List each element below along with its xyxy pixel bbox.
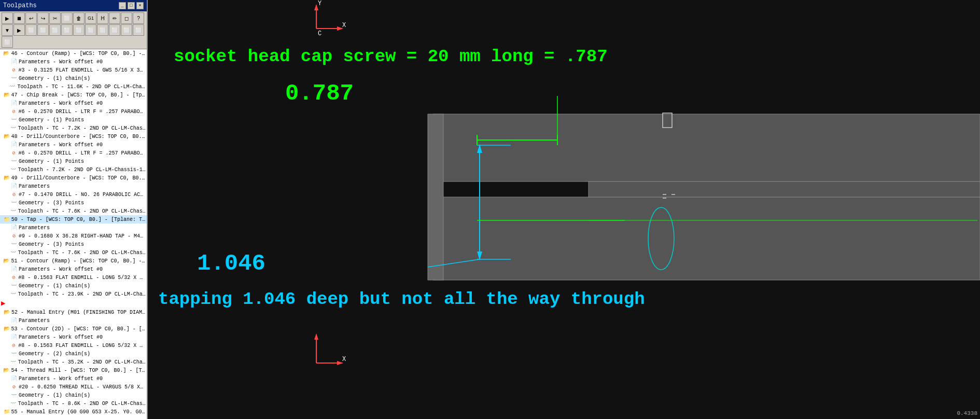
- tb-edit[interactable]: ✏: [109, 12, 120, 24]
- tree-item-op49-tool[interactable]: ⊘ #7 - 0.1470 DRILL - NO. 26 PARABOLIC A…: [0, 190, 147, 199]
- tree-item-op54-geo[interactable]: 〰 Geometry - (1) chain(s): [0, 391, 147, 399]
- left-panel: Toolpaths _ □ × ▶ ⏹ ↩ ↪ ✂ ⬜ 🗑 G1 H ✏ ◻ ?…: [0, 0, 148, 419]
- tree-item-op54[interactable]: 📂 54 - Thread Mill - [WCS: TOP C0, B0.] …: [0, 366, 147, 374]
- tree-item-op50[interactable]: 📁 50 - Tap - [WCS: TOP C0, B0.] - [Tplan…: [0, 215, 147, 224]
- tb-redo[interactable]: ↪: [37, 12, 49, 24]
- svg-text:C: C: [318, 30, 321, 37]
- tree-item-op47[interactable]: 📂 47 - Chip Break - [WCS: TOP C0, B0.] -…: [0, 91, 147, 99]
- annotation-line1: socket head cap screw = 20 mm long = .78…: [174, 47, 608, 66]
- tree-container[interactable]: 📂 46 - Contour (Ramp) - [WCS: TOP C0, B0…: [0, 49, 147, 419]
- float-btn[interactable]: □: [128, 2, 135, 9]
- svg-rect-4: [428, 114, 443, 280]
- tb-help[interactable]: ?: [133, 12, 144, 24]
- tb-stop[interactable]: ⏹: [13, 12, 25, 24]
- tree-item-op47-params[interactable]: 📄 Parameters - Work offset #0: [0, 99, 147, 107]
- tb-sq5[interactable]: ⬜: [73, 24, 85, 36]
- tb-sq4[interactable]: ⬜: [61, 24, 73, 36]
- tb-new[interactable]: ▶: [2, 12, 13, 24]
- tb-delete[interactable]: 🗑: [73, 12, 85, 24]
- tb-sq10[interactable]: ⬜: [133, 24, 144, 36]
- tree-item-op49-params[interactable]: 📄 Parameters: [0, 182, 147, 190]
- tree-item-op46-tool[interactable]: ⊘ #3 - 0.3125 FLAT ENDMILL - GWS 5/16 X …: [0, 66, 147, 74]
- tree-item-op54-tc[interactable]: 〰 Toolpath - TC - 8.6K - 2ND OP CL-LM-Ch…: [0, 399, 147, 408]
- tree-item-op53-geo[interactable]: 〰 Geometry - (2) chain(s): [0, 350, 147, 358]
- annotation-dim1: 0.787: [285, 80, 354, 106]
- tree-item-op46-tc[interactable]: 〰 Toolpath - TC - 11.6K - 2ND OP CL-LM-C…: [0, 82, 147, 91]
- tree-item-op48[interactable]: 📂 48 - Drill/Counterbore - [WCS: TOP C0,…: [0, 132, 147, 141]
- tb-arrow[interactable]: ▼: [2, 24, 13, 36]
- tree-item-op54-tool[interactable]: ⊘ #20 - 0.6250 THREAD MILL - VARGUS 5/8 …: [0, 383, 147, 391]
- tree-item-op51-tool[interactable]: ⊘ #8 - 0.1563 FLAT ENDMILL - LONG 5/32 X…: [0, 273, 147, 282]
- tree-item-op48-params[interactable]: 📄 Parameters - Work offset #0: [0, 141, 147, 149]
- tree-item-op48-tc[interactable]: 〰 Toolpath - 7.2K - 2ND OP CL-LM-Chassis…: [0, 165, 147, 174]
- tree-item-op53-tool[interactable]: ⊘ #8 - 0.1563 FLAT ENDMILL - LONG 5/32 X…: [0, 341, 147, 350]
- tb-sq9[interactable]: ⬜: [121, 24, 132, 36]
- tb-sq7[interactable]: ⬜: [97, 24, 108, 36]
- tree-item-op47-tc[interactable]: 〰 Toolpath - TC - 7.2K - 2ND OP CL-LM-Ch…: [0, 124, 147, 132]
- tb-sq2[interactable]: ⬜: [37, 24, 49, 36]
- tree-item-op55[interactable]: 📁 55 - Manual Entry (G0 G90 G53 X-25. Y0…: [0, 408, 147, 416]
- close-btn[interactable]: ×: [136, 2, 144, 9]
- tree-item-op46-params[interactable]: 📄 Parameters - Work offset #0: [0, 58, 147, 66]
- svg-text:X: X: [342, 356, 346, 363]
- minimize-btn[interactable]: _: [119, 2, 126, 9]
- tree-item-op49-tc[interactable]: 〰 Toolpath - TC - 7.6K - 2ND OP CL-LM-Ch…: [0, 207, 147, 215]
- tree-item-op50-geo[interactable]: 〰 Geometry - (3) Points: [0, 240, 147, 248]
- annotation-dim2: 1.046: [197, 250, 265, 276]
- tree-item-op46[interactable]: 📂 46 - Contour (Ramp) - [WCS: TOP C0, B0…: [0, 49, 147, 58]
- main-viewport: AutoCursor ▼ ⊕ ⊗ ◉ ✦ ◈ ⊛ ▣ ❖ ⬡ ⊞ ⊟ ⊕ ⊗ T: [148, 0, 980, 419]
- tree-item-op52-params[interactable]: 📄 Parameters: [0, 316, 147, 325]
- toolbar: ▶ ⏹ ↩ ↪ ✂ ⬜ 🗑 G1 H ✏ ◻ ? ▼ ▶ ⬜ ⬜ ⬜ ⬜ ⬜ ⬜…: [0, 11, 147, 49]
- svg-text:Y: Y: [318, 0, 321, 7]
- tree-item-op49-geo[interactable]: 〰 Geometry - (3) Points: [0, 199, 147, 207]
- tree-item-op49[interactable]: 📂 49 - Drill/Counterbore - [WCS: TOP C0,…: [0, 174, 147, 182]
- tree-item-op48-tool[interactable]: ⊘ #6 - 0.2570 DRILL - LTR F = .257 PARAB…: [0, 149, 147, 157]
- tree-item-op46-geo[interactable]: 〰 Geometry - (1) chain(s): [0, 74, 147, 82]
- tree-item-op54-params[interactable]: 📄 Parameters - Work offset #0: [0, 374, 147, 383]
- tree-item-op53-params[interactable]: 📄 Parameters - Work offset #0: [0, 333, 147, 341]
- tree-item-op50-tc[interactable]: 〰 Toolpath - TC - 7.6K - 2ND OP CL-LM-Ch…: [0, 248, 147, 257]
- svg-text:X: X: [342, 22, 346, 29]
- tree-item-op51-params[interactable]: 📄 Parameters - Work offset #0: [0, 265, 147, 273]
- tree-item-op53-tc[interactable]: 〰 Toolpath - TC - 35.2K - 2ND OP CL-LM-C…: [0, 358, 147, 366]
- tree-item-op47-geo[interactable]: 〰 Geometry - (1) Points: [0, 116, 147, 124]
- tb-cut[interactable]: ✂: [49, 12, 61, 24]
- panel-title: Toolpaths: [3, 2, 37, 9]
- title-bar: Toolpaths _ □ ×: [0, 0, 147, 11]
- tb-sq8[interactable]: ⬜: [109, 24, 120, 36]
- svg-rect-2: [433, 197, 980, 280]
- tb-sq6[interactable]: ⬜: [85, 24, 96, 36]
- svg-rect-3: [589, 181, 980, 197]
- tree-item-op51[interactable]: 📂 51 - Contour (Ramp) - [WCS: TOP C0, B0…: [0, 257, 147, 265]
- tb-sq11[interactable]: ⬜: [2, 36, 13, 48]
- tb-sq3[interactable]: ⬜: [49, 24, 61, 36]
- tree-item-op51-geo[interactable]: 〰 Geometry - (1) chain(s): [0, 282, 147, 290]
- tree-item-op53[interactable]: 📂 53 - Contour (2D) - [WCS: TOP C0, B0.]…: [0, 325, 147, 333]
- svg-rect-1: [433, 114, 980, 181]
- tb-h[interactable]: H: [97, 12, 108, 24]
- tb-play[interactable]: ▶: [13, 24, 25, 36]
- tree-item-op50-tool[interactable]: ⊘ #9 - 0.1680 X 36.28 RIGHT-HAND TAP - M…: [0, 232, 147, 240]
- tree-item-op47-tool[interactable]: ⊘ #6 - 0.2570 DRILL - LTR F = .257 PARAB…: [0, 107, 147, 116]
- tb-g1[interactable]: G1: [85, 12, 96, 24]
- tree-item-op48-geo[interactable]: 〰 Geometry - (1) Points: [0, 157, 147, 165]
- tb-box[interactable]: ◻: [121, 12, 132, 24]
- corner-coords: 0.4338: [957, 410, 977, 416]
- tree-item-op52[interactable]: 📂 52 - Manual Entry (M01 (FINISHING TOP …: [0, 308, 147, 316]
- tb-paste[interactable]: ⬜: [61, 12, 73, 24]
- tree-item-op51-tc[interactable]: 〰 Toolpath - TC - 23.9K - 2ND OP CL-LM-C…: [0, 290, 147, 298]
- tree-item-op52-arrow: ▶: [0, 298, 147, 308]
- tb-undo[interactable]: ↩: [25, 12, 37, 24]
- tree-item-op50-params[interactable]: 📄 Parameters: [0, 224, 147, 232]
- annotation-line2: tapping 1.046 deep but not all the way t…: [158, 289, 645, 309]
- title-bar-controls: _ □ ×: [119, 2, 144, 9]
- tb-sq1[interactable]: ⬜: [25, 24, 37, 36]
